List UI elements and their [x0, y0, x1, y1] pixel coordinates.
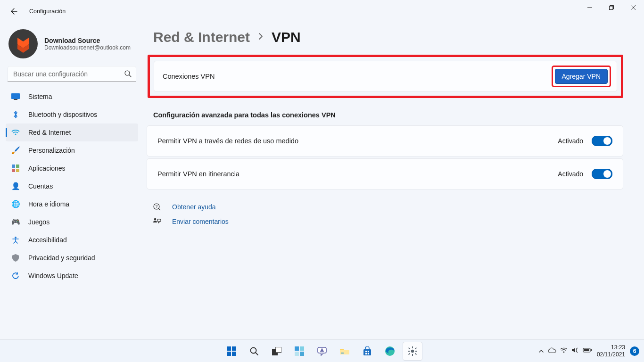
help-link[interactable]: Obtener ayuda: [172, 203, 216, 211]
nav-privacidad[interactable]: Privacidad y seguridad: [6, 249, 138, 267]
file-explorer-button[interactable]: [335, 342, 355, 361]
svg-rect-42: [415, 353, 417, 354]
tray-overflow-icon[interactable]: [538, 348, 544, 354]
clock[interactable]: 13:23 02/11/2021: [597, 344, 625, 358]
svg-rect-44: [415, 347, 417, 349]
store-button[interactable]: [357, 342, 377, 361]
svg-rect-7: [16, 165, 19, 168]
footer-links: ? Obtener ayuda Enviar comentarios: [152, 203, 623, 225]
toggle-vpn-roaming[interactable]: [592, 169, 612, 179]
nav-red-internet[interactable]: Red & Internet: [6, 123, 138, 141]
date: 02/11/2021: [597, 351, 625, 358]
battery-tray-icon[interactable]: [583, 347, 592, 354]
help-icon: ?: [152, 203, 162, 211]
svg-rect-41: [408, 347, 410, 349]
setting-vpn-metered: Permitir VPN a través de redes de uso me…: [147, 125, 623, 156]
svg-rect-3: [11, 93, 20, 99]
brush-icon: 🖌️: [11, 146, 20, 155]
breadcrumb-parent[interactable]: Red & Internet: [153, 29, 250, 45]
svg-rect-28: [340, 350, 349, 354]
svg-point-10: [15, 237, 17, 239]
nav-juegos[interactable]: 🎮 Juegos: [6, 213, 138, 231]
bluetooth-icon: [11, 110, 20, 119]
nav-personalizacion[interactable]: 🖌️ Personalización: [6, 141, 138, 159]
taskbar: 13:23 02/11/2021 6: [0, 339, 644, 362]
minimize-button[interactable]: [579, 0, 601, 15]
maximize-button[interactable]: [601, 0, 622, 15]
setting-state: Activado: [558, 137, 583, 145]
svg-rect-38: [412, 354, 413, 356]
wifi-icon: [11, 128, 20, 137]
taskbar-center: [222, 342, 422, 361]
svg-rect-31: [365, 351, 367, 352]
task-view-button[interactable]: [267, 342, 287, 361]
svg-point-36: [411, 349, 414, 352]
svg-point-5: [15, 133, 16, 135]
search-input[interactable]: [8, 66, 136, 82]
highlight-annotation: Conexiones VPN Agregar VPN: [148, 55, 623, 98]
svg-rect-15: [227, 346, 231, 351]
accessibility-icon: [11, 236, 20, 244]
search-wrap: [8, 66, 136, 82]
nav-windows-update[interactable]: Windows Update: [6, 267, 138, 285]
breadcrumb: Red & Internet VPN: [147, 25, 623, 55]
nav-cuentas[interactable]: 👤 Cuentas: [6, 177, 138, 195]
svg-rect-39: [408, 351, 410, 352]
feedback-icon: [152, 218, 162, 225]
svg-rect-40: [415, 351, 417, 352]
vpn-connections-title: Conexiones VPN: [163, 73, 215, 80]
nav-label: Juegos: [28, 218, 50, 226]
close-button[interactable]: [622, 0, 644, 15]
svg-rect-22: [295, 346, 299, 351]
add-vpn-button[interactable]: Agregar VPN: [555, 69, 608, 84]
back-button[interactable]: [8, 6, 19, 16]
svg-rect-8: [12, 169, 15, 172]
nav-label: Windows Update: [28, 272, 78, 280]
notifications-badge[interactable]: 6: [630, 346, 639, 356]
nav: Sistema Bluetooth y dispositivos Red & I…: [6, 88, 138, 285]
settings-stack: Permitir VPN a través de redes de uso me…: [147, 125, 623, 189]
time: 13:23: [597, 344, 625, 351]
profile-name: Download Source: [44, 37, 131, 44]
help-link-row: ? Obtener ayuda: [152, 203, 623, 211]
nav-label: Aplicaciones: [28, 165, 66, 172]
start-button[interactable]: [222, 342, 241, 361]
sidebar: Download Source Downloadsourcenet@outloo…: [0, 23, 144, 339]
nav-aplicaciones[interactable]: Aplicaciones: [6, 159, 138, 177]
svg-rect-18: [232, 352, 236, 356]
feedback-link-row: Enviar comentarios: [152, 218, 623, 225]
setting-label: Permitir VPN a través de redes de uso me…: [157, 137, 298, 145]
nav-hora-idioma[interactable]: 🌐 Hora e idioma: [6, 195, 138, 213]
vpn-connections-card: Conexiones VPN Agregar VPN: [154, 61, 617, 92]
svg-rect-47: [591, 349, 592, 351]
onedrive-icon[interactable]: [548, 347, 556, 354]
breadcrumb-current: VPN: [272, 29, 301, 45]
nav-accesibilidad[interactable]: Accesibilidad: [6, 231, 138, 249]
avatar: [8, 29, 38, 58]
toggle-vpn-metered[interactable]: [592, 136, 612, 146]
nav-label: Bluetooth y dispositivos: [28, 111, 97, 118]
settings-app-button[interactable]: [403, 342, 422, 361]
nav-label: Accesibilidad: [28, 236, 67, 244]
taskbar-search[interactable]: [244, 342, 264, 361]
nav-bluetooth[interactable]: Bluetooth y dispositivos: [6, 106, 138, 123]
svg-point-27: [321, 348, 323, 350]
svg-rect-32: [368, 351, 369, 352]
nav-label: Hora e idioma: [28, 200, 69, 208]
svg-rect-43: [408, 353, 410, 354]
chevron-right-icon: [257, 33, 264, 41]
wifi-tray-icon[interactable]: [560, 347, 568, 354]
nav-sistema[interactable]: Sistema: [6, 88, 138, 106]
volume-tray-icon[interactable]: [571, 347, 579, 355]
edge-button[interactable]: [380, 342, 400, 361]
chat-button[interactable]: [312, 342, 332, 361]
svg-rect-16: [232, 346, 236, 351]
widgets-button[interactable]: [289, 342, 309, 361]
globe-clock-icon: 🌐: [11, 200, 20, 208]
svg-point-13: [154, 218, 156, 220]
svg-rect-4: [14, 99, 17, 100]
feedback-link[interactable]: Enviar comentarios: [172, 218, 229, 225]
profile-block[interactable]: Download Source Downloadsourcenet@outloo…: [6, 25, 138, 65]
system-tray: 13:23 02/11/2021 6: [538, 344, 644, 358]
svg-rect-14: [157, 219, 161, 222]
